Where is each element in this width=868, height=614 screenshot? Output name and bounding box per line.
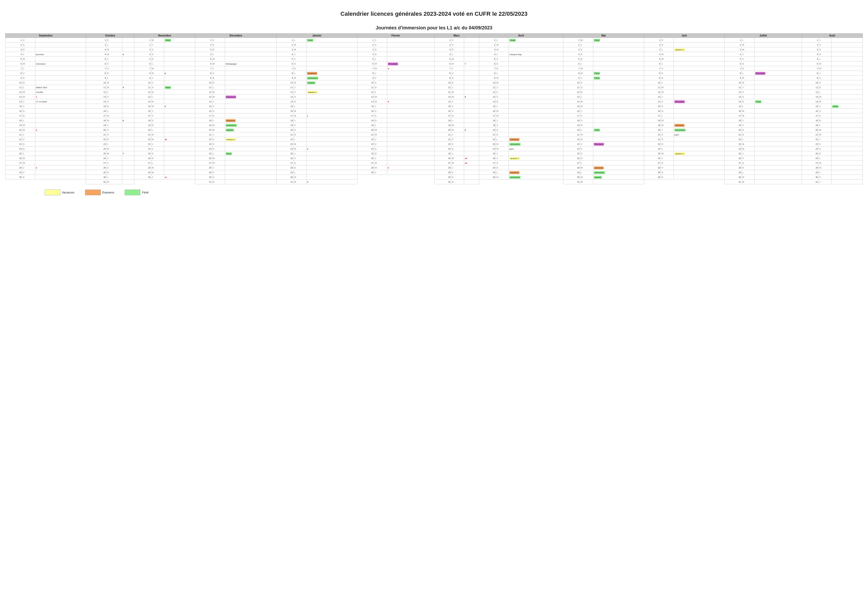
table-row: 10D 10M 10V 10D 10MImpairs 10S 10D 10M 1… [6,80,863,85]
table-row: 13M1 13V 13L 13MRévisions 13S 13M 13M8 1… [6,95,863,99]
legend-vacances: Vacances [45,190,74,195]
legend-vacances-label: Vacances [62,191,74,194]
month-header-apr: Avril [479,34,563,38]
table-row: 27M 27V 27L 27M 27S 27M 27M10 27S 27L 27… [6,161,863,165]
table-row: 6Mimmersion 6V 6L 6MRattrapages 6S 6MRés… [6,61,863,66]
legend-vacances-box [45,190,60,195]
month-header-sep: Septembre [6,34,86,38]
table-row: 15V 15D 15M9 15V 15L 15J 15V 15L 15M 15S… [6,104,863,109]
subtitle: Journées d'immersion pour les L1 a/c du … [5,25,863,31]
month-header-mai: Mai [563,34,644,38]
table-row: 17D 17M 17V 17D 17M1 17S 17D 17M 17V 17L… [6,113,863,118]
table-row: 20M2 20V 20L 20MImpairs 20S 20M 20M9 20S… [6,127,863,132]
table-row: 19M 19J 19D 19Msemestres 19V 19L 19M 19V… [6,123,863,127]
table-row: 26M 26J 26D 26M 26V 26L 26M10 26Vsession… [6,156,863,161]
table-row: 11LDEBUT DES 11M5 11SFérié 11L 11J 11D 1… [6,85,863,90]
table-row: 9S 9L 9J 9S 9Msemestres 9V 9S 9M 9JFérié… [6,76,863,80]
month-header-aou: Août [801,34,862,38]
table-row: 3D 3M 3V 3D 3M 3S 3D 3M 3V 3Lsession 2 3… [6,47,863,52]
table-row: 31M 31D 31M3 31D 31M 31M 31J [6,180,863,184]
legend-ferie-label: Férié [142,191,149,194]
page-title: Calendrier licences générales 2023-2024 … [5,11,863,17]
table-row: 4Ljournées 4M4 4S 4L 4J 4D 4L 4JCampus D… [6,52,863,57]
table-row: 29V 29D 29M 29V 29L 29J 29V 29Lexamens 2… [6,170,863,175]
month-header-jun: Juin [644,34,725,38]
table-row: 23S 23L 23J 23S 23M 23V 23S 23Msemestres… [6,142,863,146]
table-row: 1V 1D 1MFérié 1V 1LFérié 1J 1V 1LFérié 1… [6,38,863,42]
table-row: 18L 18M6 18S 18Lexamens 18J 18D 18L 18J … [6,118,863,123]
table-row: 30S 30L 30J11 30S 30M 30S 30Msemestres 3… [6,175,863,180]
month-header-oct: Octobre [86,34,134,38]
calendar-table: Septembre Octobre Novembre Décembre Janv… [5,33,863,184]
table-row: 5M 5J 5D 5M 5V 5L 5M 5V 5D 5M 5V 5L [6,57,863,61]
table-row: 16S 16L 16J 16S 16M 16V 16S 16M 16J 16D … [6,109,863,113]
table-row: 2S 2L 2J 2S 2M 2V 2S 2M 2J 2D 2M 2V [6,42,863,47]
table-row: 12MCOURS 12J 12D 12M 12Vsession 1 12L 12… [6,90,863,95]
legend-ferie: Férié [125,190,149,195]
month-header-mar: Mars [434,34,479,38]
table-row: 7J 7S 7M 7J 7D 7M4 7J 7D 7M 7V 7D 7M [6,66,863,71]
month-header-jan: Janvier [277,34,357,38]
month-header-dec: Décembre [195,34,277,38]
legend: Vacances Examens Férié [5,190,863,195]
month-header-feb: Février [357,34,434,38]
table-row: 22V 22D 22M10 22Vsession 1 22L 22J 22V 2… [6,137,863,142]
table-row: 8V 8D 8M8 8V 8Lexamens 8J 8V 8L 8MFérié … [6,71,863,76]
table-row: 14JCY on board 14S 14M 14J 14D 14M5 14J … [6,99,863,104]
table-row: 21J 21S 21M 21J 21D 21M 21J 21D 21M 21Vp… [6,132,863,137]
legend-ferie-box [125,190,140,195]
table-row: 24D 24M 24V 24D 24M2 24S 24D 24Mpairs 24… [6,146,863,151]
table-row: 25L 25M7 25S 25LFérié 25J 25D 25L 25J 25… [6,151,863,156]
legend-examens-box [85,190,101,195]
legend-examens-label: Examens [102,191,115,194]
legend-examens: Examens [85,190,115,195]
month-header-jul: Juillet [725,34,801,38]
month-header-nov: Novembre [134,34,195,38]
table-row: 28J3 28S 28M 28J 28D 28M6 28J 28D 28Mexa… [6,165,863,170]
